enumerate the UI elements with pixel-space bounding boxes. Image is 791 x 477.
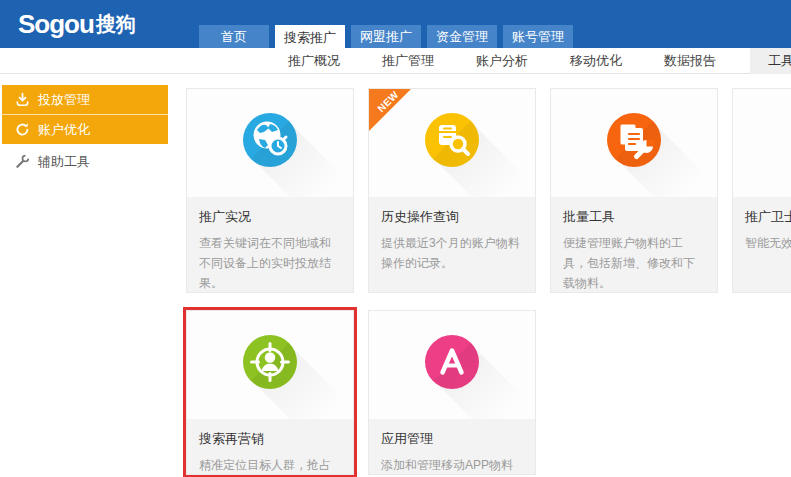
sidebar-item-label: 投放管理 [38,91,90,109]
card-title: 应用管理 [381,430,523,448]
new-ribbon-label: NEW [371,89,406,119]
sidebar-item-auxiliary-tools[interactable]: 辅助工具 [2,147,168,176]
new-ribbon: NEW [369,89,411,131]
card-icon-area [187,89,353,197]
card-desc: 智能无效 [745,233,791,253]
card-title: 推广实况 [199,208,341,226]
subnav-mobile-optimization[interactable]: 移动优化 [562,48,630,74]
subnav-data-report[interactable]: 数据报告 [656,48,724,74]
subnav-tools[interactable]: 工具 NEW [750,48,791,74]
app-store-icon [425,335,479,389]
card-text-area: 推广实况 查看关键词在不同地域和不同设备上的实时投放结果。 [187,197,353,292]
card-title: 推广卫士 [745,208,791,226]
sidebar-item-label: 账户优化 [38,121,90,139]
card-icon-area [369,311,535,419]
sidebar-item-account-optimization[interactable]: 账户优化 [2,114,168,144]
card-text-area: 应用管理 添加和管理移动APP物料的平台。 [369,419,535,474]
subnav-tools-label: 工具 [768,53,791,68]
card-search-remarketing[interactable]: 搜索再营销 精准定位目标人群，抢占商机。 [186,310,354,475]
card-app-management[interactable]: 应用管理 添加和管理移动APP物料的平台。 [368,310,536,475]
download-icon [15,92,30,107]
card-desc: 查看关键词在不同地域和不同设备上的实时投放结果。 [199,233,341,292]
card-history-query[interactable]: NEW 历史操作查询 提供最近3个月的账户物料操作的记录 [368,88,536,293]
subnav-account-analysis[interactable]: 账户分析 [468,48,536,74]
subnav-promotion-management[interactable]: 推广管理 [374,48,442,74]
logo-text-cn: 搜狗 [96,13,136,35]
main-nav: 首页 搜索推广 网盟推广 资金管理 账号管理 [199,25,573,48]
sub-nav: 推广概况 推广管理 账户分析 移动优化 数据报告 工具 NEW [0,48,791,74]
batch-tools-icon [607,113,661,167]
target-person-icon [243,335,297,389]
card-row-2: 搜索再营销 精准定位目标人群，抢占商机。 应用管理 添加和管理移动APP物料的平… [186,310,791,475]
card-title: 搜索再营销 [199,430,341,448]
card-title: 历史操作查询 [381,208,523,226]
card-text-area: 推广卫士 智能无效 [733,197,791,292]
wrench-icon [15,154,30,169]
card-promotion-guard[interactable]: 推广卫士 智能无效 [732,88,791,293]
card-desc: 精准定位目标人群，抢占商机。 [199,455,341,474]
card-title: 批量工具 [563,208,705,226]
top-header: Sogou搜狗 首页 搜索推广 网盟推广 资金管理 账号管理 [0,0,791,48]
card-icon-area [551,89,717,197]
logo-text-en: Sogou [18,9,94,39]
tab-account-management[interactable]: 账号管理 [503,25,573,48]
card-row-1: 推广实况 查看关键词在不同地域和不同设备上的实时投放结果。 NEW [186,88,791,293]
globe-clock-icon [243,113,297,167]
card-desc: 提供最近3个月的账户物料操作的记录。 [381,233,523,273]
sidebar-item-delivery-management[interactable]: 投放管理 [2,85,168,114]
tab-search-promotion[interactable]: 搜索推广 [275,25,345,55]
card-desc: 便捷管理账户物料的工具，包括新增、修改和下载物料。 [563,233,705,292]
tab-network-promotion[interactable]: 网盟推广 [351,25,421,48]
tab-home[interactable]: 首页 [199,25,269,48]
card-icon-area [733,89,791,197]
tools-card-grid: 推广实况 查看关键词在不同地域和不同设备上的实时投放结果。 NEW [186,88,791,475]
card-text-area: 搜索再营销 精准定位目标人群，抢占商机。 [187,419,353,474]
card-desc: 添加和管理移动APP物料的平台。 [381,455,523,474]
card-text-area: 批量工具 便捷管理账户物料的工具，包括新增、修改和下载物料。 [551,197,717,292]
card-promotion-live[interactable]: 推广实况 查看关键词在不同地域和不同设备上的实时投放结果。 [186,88,354,293]
tab-fund-management[interactable]: 资金管理 [427,25,497,48]
card-text-area: 历史操作查询 提供最近3个月的账户物料操作的记录。 [369,197,535,292]
history-search-icon [425,113,479,167]
refresh-icon [15,122,30,137]
sidebar-item-label: 辅助工具 [38,153,90,171]
card-icon-area: NEW [369,89,535,197]
card-batch-tools[interactable]: 批量工具 便捷管理账户物料的工具，包括新增、修改和下载物料。 [550,88,718,293]
card-icon-area [187,311,353,419]
sogou-logo[interactable]: Sogou搜狗 [18,9,136,40]
sidebar: 投放管理 账户优化 辅助工具 [2,85,168,176]
